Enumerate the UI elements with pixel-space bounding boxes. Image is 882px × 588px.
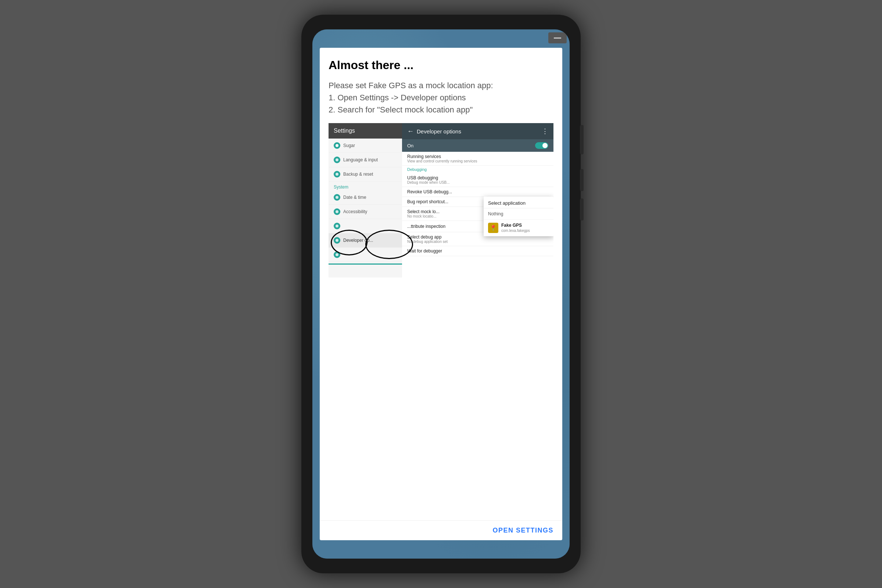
system-section-label: System <box>328 182 409 190</box>
settings-item-accessibility[interactable]: Accessibility <box>328 205 409 219</box>
dev-on-row: On <box>402 139 554 152</box>
phone-screen: MN WI MI NH NY IA IL S MO AR MS LA TH Gu… <box>312 29 570 559</box>
developer-options-panel: ← Developer options ⋮ On Running service… <box>402 123 554 278</box>
phone-frame: MN WI MI NH NY IA IL S MO AR MS LA TH Gu… <box>302 15 580 573</box>
dev-on-label: On <box>407 143 413 148</box>
sugar-icon <box>334 142 340 149</box>
volume-up-button[interactable] <box>580 169 584 191</box>
svg-point-29 <box>336 225 339 228</box>
running-services-sub: View and control currently running servi… <box>407 159 548 163</box>
running-services-title: Running services <box>407 154 548 159</box>
svg-point-25 <box>336 158 339 161</box>
screenshot-area: Settings Sugar Language <box>328 123 554 278</box>
settings-item-sugar[interactable]: Sugar <box>328 138 409 153</box>
dev-toggle[interactable] <box>535 142 548 149</box>
fake-gps-icon: 📍 <box>488 223 498 233</box>
attribute-inspection-title: ...ttribute inspection <box>407 224 446 229</box>
usb-debugging-title: USB debugging <box>407 175 548 180</box>
nothing-option[interactable]: Nothing <box>484 208 554 220</box>
wait-debugger-title: Wait for debugger <box>407 248 548 254</box>
svg-point-26 <box>336 173 339 176</box>
dialog-body: Please set Fake GPS as a mock location a… <box>328 80 554 116</box>
language-icon <box>334 156 340 163</box>
backup-icon <box>334 171 340 177</box>
select-debug-sub: No debug application set <box>407 240 548 244</box>
dev-header: ← Developer options ⋮ <box>402 123 554 139</box>
fake-gps-text: Fake GPS com.lexa.fakegps <box>501 223 530 233</box>
dialog-title: Almost there ... <box>328 58 554 72</box>
fake-gps-package: com.lexa.fakegps <box>501 229 530 232</box>
dev-header-left: ← Developer options <box>407 128 461 135</box>
fake-gps-name: Fake GPS <box>501 223 530 228</box>
settings-header: Settings <box>328 123 409 138</box>
developer-options-circle <box>331 230 368 255</box>
minimize-button[interactable] <box>548 32 567 44</box>
debugging-section-label: Debugging <box>402 166 554 173</box>
volume-down-button[interactable] <box>580 198 584 220</box>
open-settings-button[interactable]: OPEN SETTINGS <box>492 526 554 534</box>
more-options-icon[interactable]: ⋮ <box>542 127 548 135</box>
datetime-icon <box>334 194 340 201</box>
running-services-item[interactable]: Running services View and control curren… <box>402 152 554 166</box>
svg-point-27 <box>336 196 339 199</box>
wait-debugger-item[interactable]: Wait for debugger <box>402 246 554 256</box>
settings-item-language[interactable]: Language & input <box>328 153 409 167</box>
print-icon <box>334 223 340 230</box>
dev-header-title: Developer options <box>417 128 461 135</box>
accessibility-icon <box>334 208 340 215</box>
dialog-footer: OPEN SETTINGS <box>320 520 562 540</box>
usb-debugging-item[interactable]: USB debugging Debug mode when USB... <box>402 173 554 187</box>
nothing-label: Nothing <box>488 212 503 216</box>
minimize-icon <box>554 38 561 39</box>
svg-point-24 <box>336 144 339 147</box>
back-arrow-icon[interactable]: ← <box>407 128 414 135</box>
dialog: Almost there ... Please set Fake GPS as … <box>320 48 562 540</box>
popup-header: Select application <box>484 196 554 208</box>
settings-item-datetime[interactable]: Date & time <box>328 190 409 205</box>
dialog-content: Almost there ... Please set Fake GPS as … <box>320 48 562 520</box>
select-mock-location-circle <box>365 230 413 259</box>
select-app-popup: Select application Nothing 📍 Fake GPS <box>484 196 554 236</box>
settings-item-backup[interactable]: Backup & reset <box>328 167 409 182</box>
fake-gps-option[interactable]: 📍 Fake GPS com.lexa.fakegps <box>484 220 554 236</box>
usb-debugging-sub: Debug mode when USB... <box>407 180 548 184</box>
power-button[interactable] <box>580 125 584 154</box>
settings-header-label: Settings <box>334 128 355 134</box>
revoke-usb-title: Revoke USB debugg... <box>407 189 548 194</box>
svg-point-31 <box>336 253 339 256</box>
revoke-usb-item[interactable]: Revoke USB debugg... <box>402 187 554 197</box>
svg-point-28 <box>336 210 339 213</box>
active-indicator <box>328 264 409 265</box>
